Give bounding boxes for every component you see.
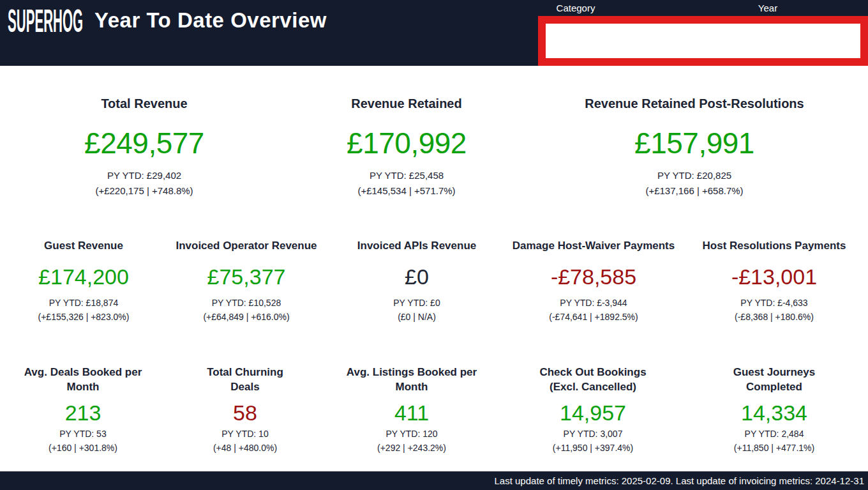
kpi-delta: (+11,850 | +477.1%) [685,441,864,454]
kpi-delta: (+£145,534 | +571.7%) [266,184,547,198]
kpi-card-invoiced-operator-revenue: Invoiced Operator Revenue £75,377 PY YTD… [157,238,336,323]
superhog-logo: SUPERHOG [6,5,84,34]
kpi-py: PY YTD: £10,528 [157,296,336,309]
year-slicer[interactable] [703,24,861,58]
kpi-py: PY YTD: 10 [156,427,334,440]
kpi-card-check-out-bookings: Check Out Bookings (Excl. Cancelled) 14,… [504,365,682,454]
kpi-delta: (-£74,641 | +1892.5%) [504,310,683,323]
filter-label-year: Year [717,3,819,13]
kpi-card-total-churning-deals: Total Churning Deals 58 PY YTD: 10 (+48 … [156,365,334,454]
kpi-title: Total Revenue [4,96,285,111]
kpi-delta: (+160 | +301.8%) [0,441,172,454]
kpi-py: PY YTD: 53 [0,427,172,440]
category-slicer[interactable] [546,24,703,58]
kpi-value: -£13,001 [685,263,864,290]
filter-slicer-area [546,24,860,58]
kpi-py: PY YTD: £25,458 [266,169,547,183]
filter-highlight-box [538,16,868,66]
kpi-delta: (+£137,166 | +658.7%) [554,184,835,198]
superhog-logo-text: SUPERHOG [8,5,83,34]
kpi-value: £174,200 [0,263,173,290]
kpi-title: Check Out Bookings (Excl. Cancelled) [504,365,682,394]
kpi-py: PY YTD: 120 [322,427,501,440]
kpi-card-guest-journeys-completed: Guest Journeys Completed 14,334 PY YTD: … [685,365,864,454]
kpi-title: Guest Journeys Completed [685,365,864,394]
kpi-title: Revenue Retained [266,96,547,111]
kpi-value: £75,377 [157,263,336,290]
kpi-card-revenue-retained-post-resolutions: Revenue Retained Post-Resolutions £157,9… [554,96,835,198]
kpi-delta: (£0 | N/A) [327,310,506,323]
dashboard: SUPERHOG Year To Date Overview Category … [0,0,868,490]
kpi-delta: (-£8,368 | +180.6%) [685,310,864,323]
kpi-value: 213 [0,401,172,425]
kpi-delta: (+£220,175 | +748.8%) [4,184,285,198]
last-update-text: Last update of timely metrics: 2025-02-0… [495,475,868,486]
kpi-title: Total Churning Deals [156,365,334,394]
kpi-card-damage-host-waiver-payments: Damage Host-Waiver Payments -£78,585 PY … [504,238,683,323]
kpi-delta: (+11,950 | +397.4%) [504,441,682,454]
kpi-title: Avg. Listings Booked per Month [322,365,501,394]
kpi-title: Revenue Retained Post-Resolutions [554,96,835,111]
kpi-value: -£78,585 [504,263,683,290]
kpi-delta: (+292 | +243.2%) [322,441,501,454]
header-bar: SUPERHOG Year To Date Overview Category … [0,0,868,66]
kpi-value: 58 [156,401,334,425]
kpi-value: £0 [327,263,506,290]
kpi-py: PY YTD: £-3,944 [504,296,683,309]
kpi-value: £170,992 [266,125,547,161]
kpi-py: PY YTD: £20,825 [554,169,835,183]
kpi-py: PY YTD: £18,874 [0,296,173,309]
kpi-title: Avg. Deals Booked per Month [0,365,172,394]
kpi-card-avg-listings-booked-per-month: Avg. Listings Booked per Month 411 PY YT… [322,365,501,454]
kpi-card-total-revenue: Total Revenue £249,577 PY YTD: £29,402 (… [4,96,285,198]
kpi-title: Invoiced APIs Revenue [327,238,506,253]
kpi-title: Host Resolutions Payments [685,238,864,253]
kpi-py: PY YTD: £0 [327,296,506,309]
kpi-card-revenue-retained: Revenue Retained £170,992 PY YTD: £25,45… [266,96,547,198]
kpi-card-invoiced-apis-revenue: Invoiced APIs Revenue £0 PY YTD: £0 (£0 … [327,238,506,323]
kpi-value: 14,334 [685,401,864,425]
kpi-title: Guest Revenue [0,238,173,253]
kpi-value: £157,991 [554,125,835,161]
kpi-card-host-resolutions-payments: Host Resolutions Payments -£13,001 PY YT… [685,238,864,323]
kpi-py: PY YTD: £-4,633 [685,296,864,309]
kpi-title: Damage Host-Waiver Payments [504,238,683,253]
kpi-py: PY YTD: £29,402 [4,169,285,183]
kpi-py: PY YTD: 3,007 [504,427,682,440]
kpi-delta: (+£64,849 | +616.0%) [157,310,336,323]
kpi-title: Invoiced Operator Revenue [157,238,336,253]
kpi-delta: (+48 | +480.0%) [156,441,334,454]
kpi-value: 14,957 [504,401,682,425]
filter-label-category: Category [525,3,627,13]
kpi-delta: (+£155,326 | +823.0%) [0,310,173,323]
kpi-py: PY YTD: 2,484 [685,427,864,440]
page-title: Year To Date Overview [94,8,327,33]
kpi-card-guest-revenue: Guest Revenue £174,200 PY YTD: £18,874 (… [0,238,173,323]
kpi-value: 411 [322,401,501,425]
kpi-value: £249,577 [4,125,285,161]
kpi-card-avg-deals-booked-per-month: Avg. Deals Booked per Month 213 PY YTD: … [0,365,172,454]
footer-bar: Last update of timely metrics: 2025-02-0… [0,471,868,490]
